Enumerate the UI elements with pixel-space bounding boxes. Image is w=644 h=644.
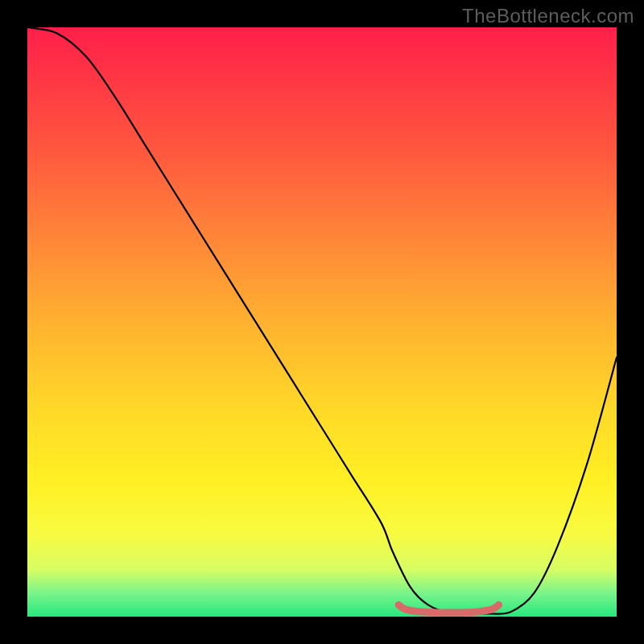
- bottleneck-curve: [27, 27, 617, 614]
- chart-svg: [27, 27, 617, 617]
- watermark-text: TheBottleneck.com: [462, 5, 634, 27]
- chart-frame: TheBottleneck.com: [0, 0, 644, 644]
- chart-plot-area: [27, 27, 617, 617]
- optimal-range-marker: [398, 605, 498, 613]
